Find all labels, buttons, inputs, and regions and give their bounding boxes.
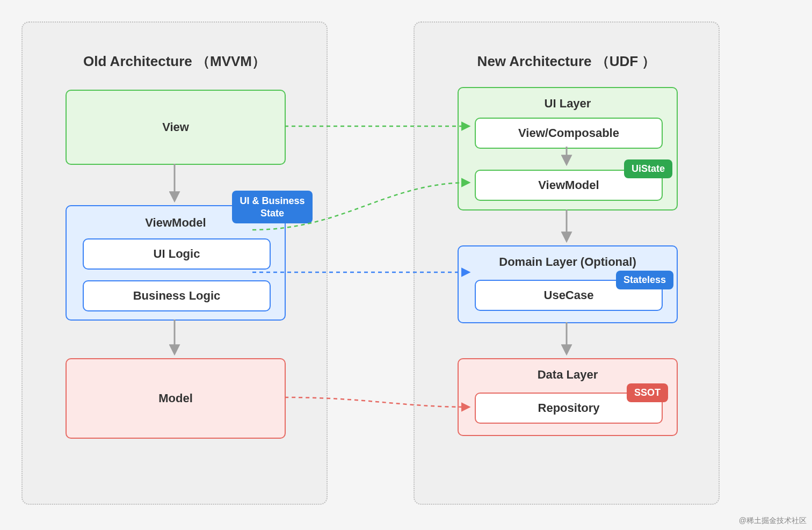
left-panel: Old Architecture （MVVM） View ViewModel U… [21,21,328,505]
left-panel-title: Old Architecture （MVVM） [23,52,327,71]
left-model-box: Model [66,358,286,439]
left-ui-logic-box: UI Logic [83,238,271,270]
stateless-badge: Stateless [616,271,673,289]
left-business-logic-box: Business Logic [83,280,271,311]
ui-business-state-badge: UI & Business State [232,191,313,223]
watermark-text: @稀土掘金技术社区 [739,516,807,526]
ssot-badge-label: SSOT [634,387,661,398]
domain-layer-title: Domain Layer (Optional) [459,255,677,269]
uistate-badge: UiState [624,159,672,178]
ui-layer-box: UI Layer View/Composable ViewModel [458,87,678,210]
left-view-box: View [66,90,286,165]
view-composable-box: View/Composable [475,118,663,149]
stateless-badge-label: Stateless [624,274,666,285]
uistate-badge-label: UiState [632,163,665,174]
ui-business-state-badge-label: UI & Business State [240,195,305,219]
ssot-badge: SSOT [627,383,668,402]
right-panel-title: New Architecture （UDF ） [415,52,719,71]
right-panel: New Architecture （UDF ） UI Layer View/Co… [414,21,720,505]
left-view-label: View [67,120,285,134]
left-model-label: Model [67,391,285,405]
ui-layer-title: UI Layer [459,97,677,111]
data-layer-title: Data Layer [459,368,677,382]
